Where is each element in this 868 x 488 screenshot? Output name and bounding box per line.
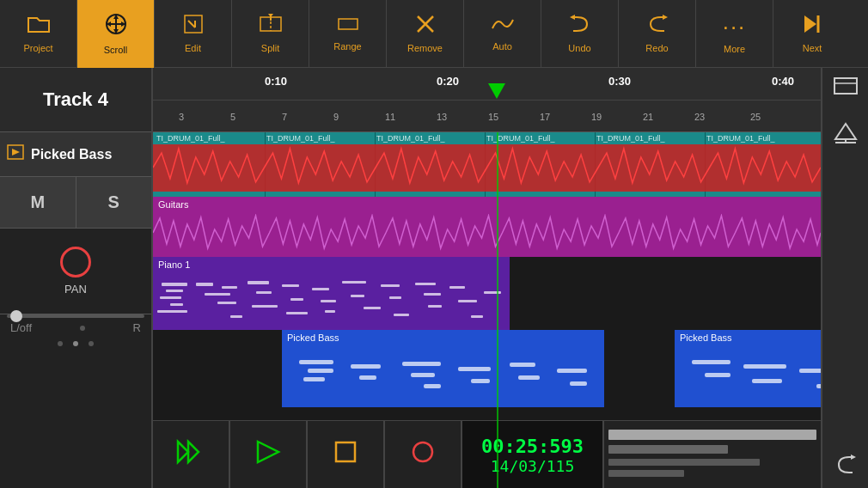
toolbar-edit-btn[interactable]: Edit (155, 0, 232, 68)
beat-7: 7 (282, 112, 287, 122)
timeline-beats: 3 5 7 9 11 13 15 17 19 21 23 25 (153, 101, 821, 132)
scroll-label: Scroll (104, 45, 128, 55)
beat-17: 17 (540, 112, 550, 122)
svg-line-8 (188, 21, 195, 27)
time-040: 0:40 (772, 75, 794, 88)
beat-21: 21 (643, 112, 653, 122)
more-label: More (724, 44, 745, 54)
dots-row (0, 338, 151, 350)
toolbar-next-btn[interactable]: Next (773, 0, 851, 68)
dot2 (73, 341, 78, 346)
timeline-ruler[interactable]: 0:10 0:20 0:30 0:40 3 5 7 9 11 13 15 17 (153, 68, 821, 132)
toolbar-remove-btn[interactable]: Remove (387, 0, 464, 68)
svg-marker-31 (835, 124, 856, 139)
l-label: L/off (10, 321, 32, 334)
guitar-label: Guitars (158, 199, 188, 210)
center-dot (80, 326, 85, 331)
mute-btn[interactable]: M (0, 177, 76, 228)
play-icon (255, 439, 281, 471)
right-icons-panel (821, 68, 868, 488)
time-display: 00:25:593 14/03/115 (462, 421, 604, 488)
toolbar: Project Scroll (0, 0, 868, 68)
playhead-marker (488, 83, 505, 99)
stop-btn[interactable] (308, 421, 385, 488)
transport-bar: 00:25:593 14/03/115 (153, 420, 821, 488)
tracks-container: TI_DRUM_01_Full_ TI_DRUM_01_Full_ TI_DRU… (153, 132, 821, 488)
guitar-track[interactable]: Guitars (153, 197, 821, 257)
dot1 (58, 341, 63, 346)
drum-seg-1: TI_DRUM_01_Full_ (156, 134, 225, 143)
solo-btn[interactable]: S (76, 177, 152, 228)
remove-icon (415, 14, 436, 40)
beat-9: 9 (333, 112, 339, 122)
toolbar-redo-btn[interactable]: Redo (619, 0, 696, 68)
auto-icon (491, 15, 515, 38)
track-name-icon (7, 144, 24, 164)
beat-11: 11 (385, 112, 395, 122)
svg-marker-22 (12, 149, 20, 156)
bass-clip-2[interactable]: Picked Bass (675, 330, 821, 407)
mini-map[interactable] (604, 421, 821, 488)
pan-label: PAN (64, 283, 87, 296)
pan-knob[interactable] (60, 247, 91, 278)
svg-rect-7 (185, 15, 202, 33)
track-name-row[interactable]: Picked Bass (0, 132, 151, 177)
play-btn[interactable] (230, 421, 308, 488)
drum-seg-5: TI_DRUM_01_Full_ (596, 134, 665, 143)
redo-label: Redo (645, 43, 668, 53)
toolbar-scroll-btn[interactable]: Scroll (77, 0, 155, 68)
pan-slider[interactable] (7, 314, 144, 318)
piano-track[interactable]: Piano 1 (153, 257, 821, 330)
fast-play-btn[interactable] (153, 421, 230, 488)
sidebar-icon-3[interactable] (834, 454, 858, 479)
time-020: 0:20 (437, 75, 459, 88)
drum-clip[interactable]: TI_DRUM_01_Full_ TI_DRUM_01_Full_ TI_DRU… (153, 132, 821, 197)
svg-rect-29 (834, 78, 857, 94)
beat-25: 25 (750, 112, 761, 122)
auto-label: Auto (492, 41, 512, 52)
rec-icon (411, 440, 435, 470)
mute-solo-row: M S (0, 177, 151, 229)
beat-15: 15 (488, 112, 498, 122)
toolbar-split-btn[interactable]: Split (232, 0, 309, 68)
toolbar-more-btn[interactable]: ··· More (696, 0, 773, 68)
guitar-clip[interactable]: Guitars (153, 197, 821, 257)
guitar-waveform (153, 214, 821, 252)
beat-5: 5 (230, 112, 235, 122)
toolbar-range-btn[interactable]: Range (309, 0, 387, 68)
svg-marker-24 (178, 442, 188, 462)
toolbar-undo-btn[interactable]: Undo (541, 0, 619, 68)
range-label: Range (333, 41, 361, 52)
svg-marker-19 (804, 15, 816, 33)
time-010: 0:10 (265, 75, 287, 88)
sidebar-icon-1[interactable] (833, 76, 859, 99)
rec-btn[interactable] (385, 421, 462, 488)
time-030: 0:30 (608, 75, 631, 88)
undo-label: Undo (568, 43, 590, 53)
split-icon (260, 14, 282, 40)
pan-slider-row[interactable] (0, 314, 151, 318)
edit-icon (183, 14, 204, 40)
toolbar-auto-btn[interactable]: Auto (464, 0, 541, 68)
beat-23: 23 (694, 112, 705, 122)
svg-marker-26 (258, 442, 278, 462)
next-label: Next (803, 43, 822, 53)
dot3 (89, 341, 94, 346)
bass-clip-1[interactable]: Picked Bass (282, 330, 604, 407)
time-sub: 14/03/115 (491, 457, 575, 475)
track-view-area: 0:10 0:20 0:30 0:40 3 5 7 9 11 13 15 17 (153, 68, 821, 488)
pan-section: PAN (0, 229, 151, 314)
drum-seg-3: TI_DRUM_01_Full_ (376, 134, 445, 143)
split-label: Split (261, 43, 279, 53)
beat-19: 19 (591, 112, 602, 122)
stop-icon (334, 441, 357, 469)
undo-icon (568, 14, 592, 40)
drum-track[interactable]: TI_DRUM_01_Full_ TI_DRUM_01_Full_ TI_DRU… (153, 132, 821, 197)
bass-track[interactable]: Picked Bass (153, 330, 821, 407)
pan-slider-knob[interactable] (10, 310, 22, 322)
piano-clip[interactable]: Piano 1 (153, 257, 510, 330)
svg-marker-17 (570, 15, 575, 20)
drum-seg-2: TI_DRUM_01_Full_ (266, 134, 335, 143)
sidebar-icon-2[interactable] (834, 120, 858, 148)
toolbar-project-btn[interactable]: Project (0, 0, 77, 68)
